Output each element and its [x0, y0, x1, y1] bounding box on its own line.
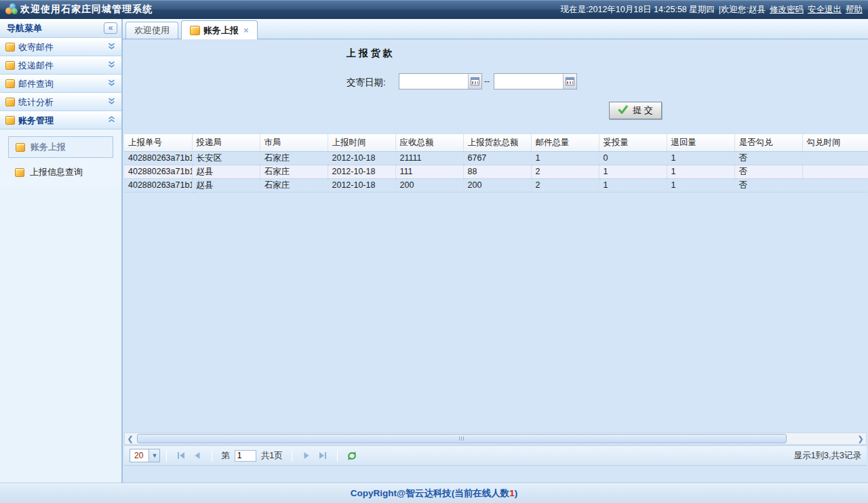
copyright-text: CopyRight@智云达科技(当前在线人数 [351, 487, 509, 500]
column-header[interactable]: 上报货款总额 [463, 134, 531, 151]
sidebar-title: 导航菜单 [7, 22, 42, 35]
column-header[interactable]: 退回量 [667, 134, 734, 151]
table-row[interactable]: 402880263a71b1 赵县 石家庄 2012-10-18 200 200… [124, 178, 868, 192]
scroll-left-icon[interactable]: ❮ [125, 433, 136, 444]
form-title: 上 报 货 款 [347, 47, 393, 60]
column-header[interactable]: 上报单号 [124, 134, 192, 151]
chevron-double-down-icon [107, 98, 116, 107]
submenu-item-account-report[interactable]: 账务上报 [8, 136, 113, 158]
prev-page-button[interactable] [189, 448, 205, 463]
package-icon [5, 116, 15, 125]
scroll-right-icon[interactable]: ❯ [855, 433, 866, 444]
date-to-field [494, 73, 577, 89]
column-header[interactable]: 是否勾兑 [734, 134, 802, 151]
app-title: 欢迎使用石家庄同城管理系统 [20, 3, 153, 16]
table-row[interactable]: 402880263a71b1 长安区 石家庄 2012-10-18 21111 … [124, 151, 868, 165]
page-total-label: 共1页 [261, 450, 283, 462]
scrollbar-thumb[interactable] [137, 434, 787, 443]
package-icon [5, 43, 15, 52]
chevron-double-down-icon [107, 61, 116, 71]
first-page-button[interactable] [173, 448, 189, 463]
column-header[interactable]: 应收总额 [395, 134, 463, 151]
next-page-button[interactable] [298, 448, 315, 463]
column-header[interactable]: 妥投量 [599, 134, 667, 151]
last-page-button[interactable] [315, 448, 331, 463]
sidebar-item-shouji-mail[interactable]: 收寄邮件 [0, 38, 121, 56]
table-row[interactable]: 402880263a71b1 赵县 石家庄 2012-10-18 111 88 … [124, 165, 868, 178]
package-icon [16, 143, 25, 152]
chevron-down-icon: ▼ [149, 449, 159, 462]
page-size-select[interactable]: 20 ▼ [130, 449, 160, 462]
sidebar-submenu: 账务上报 上报信息查询 [0, 129, 121, 188]
check-icon [618, 105, 629, 116]
refresh-icon[interactable] [344, 448, 360, 463]
table-header-row: 上报单号 投递局 市局 上报时间 应收总额 上报货款总额 邮件总量 妥投量 退回… [124, 134, 868, 151]
submit-button[interactable]: 提 交 [609, 102, 662, 119]
record-count-status: 显示1到3,共3记录 [794, 450, 861, 462]
package-icon [5, 98, 15, 106]
sidebar-collapse-button[interactable]: « [104, 22, 117, 34]
column-header[interactable]: 邮件总量 [531, 134, 599, 151]
chevron-double-down-icon [107, 43, 116, 52]
package-icon [190, 26, 200, 35]
calendar-icon[interactable] [563, 74, 576, 89]
package-icon [5, 79, 15, 88]
change-password-link[interactable]: 修改密码 [770, 4, 804, 16]
date-from-field [399, 73, 482, 89]
datetime-text: 现在是:2012年10月18日 14:25:58 星期四 [561, 4, 715, 16]
data-grid: 上报单号 投递局 市局 上报时间 应收总额 上报货款总额 邮件总量 妥投量 退回… [124, 134, 868, 193]
date-range-separator: -- [484, 77, 490, 86]
tab-account-report[interactable]: 账务上报 × [181, 20, 258, 39]
column-header[interactable]: 市局 [260, 134, 328, 151]
column-header[interactable]: 勾兑时间 [802, 134, 868, 151]
sidebar-item-statistics[interactable]: 统计分析 [0, 93, 121, 111]
date-range-label: 交寄日期: [347, 77, 386, 89]
chevron-double-down-icon [107, 79, 116, 89]
column-header[interactable]: 上报时间 [328, 134, 395, 151]
tab-welcome[interactable]: 欢迎使用 [125, 22, 178, 39]
package-icon [15, 168, 24, 177]
sidebar-header: 导航菜单 « [0, 19, 121, 38]
column-header[interactable]: 投递局 [192, 134, 260, 151]
date-from-input[interactable] [399, 74, 468, 89]
date-to-input[interactable] [494, 74, 563, 89]
submenu-item-report-info-query[interactable]: 上报信息查询 [0, 162, 121, 182]
sidebar: 导航菜单 « 收寄邮件 投递邮件 邮件查询 统计分析 账务管理 [0, 19, 122, 483]
help-link[interactable]: 帮助 [846, 4, 863, 16]
logout-link[interactable]: 安全退出 [808, 4, 842, 16]
calendar-icon[interactable] [468, 74, 481, 89]
sidebar-item-mail-query[interactable]: 邮件查询 [0, 75, 121, 93]
sidebar-item-account-management[interactable]: 账务管理 [0, 111, 121, 129]
online-count: 1 [509, 488, 515, 498]
app-logo-icon [5, 3, 19, 16]
tab-bar: 欢迎使用 账务上报 × [123, 19, 868, 39]
page-number-input[interactable] [235, 450, 256, 462]
page-prefix-label: 第 [221, 450, 230, 462]
package-icon [5, 61, 15, 70]
welcome-user-text: |欢迎您:赵县 [719, 4, 766, 16]
pagination-bar: 20 ▼ 第 共1页 [124, 445, 867, 466]
main-content: 欢迎使用 账务上报 × 上 报 货 款 交寄日期: -- 提 交 [122, 19, 868, 483]
chevron-double-up-icon [107, 116, 116, 125]
footer: CopyRight@智云达科技(当前在线人数1) [0, 483, 868, 503]
horizontal-scrollbar: ❮ ❯ [124, 432, 867, 445]
panel-body: 上 报 货 款 交寄日期: -- 提 交 上报单 [123, 39, 868, 483]
sidebar-item-toudi-mail[interactable]: 投递邮件 [0, 56, 121, 75]
top-bar: 欢迎使用石家庄同城管理系统 现在是:2012年10月18日 14:25:58 星… [0, 0, 868, 19]
tab-close-icon[interactable]: × [243, 25, 249, 35]
